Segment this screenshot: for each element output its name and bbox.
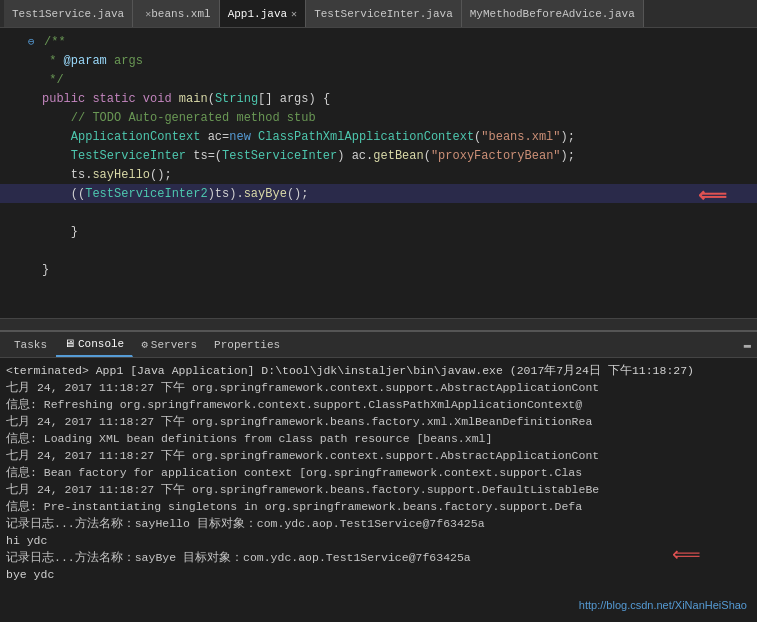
tab-testserviceinter[interactable]: TestServiceInter.java <box>306 0 462 27</box>
tab-beansxml[interactable]: ✕ beans.xml <box>133 0 219 27</box>
console-line-7: 七月 24, 2017 11:18:27 下午 org.springframew… <box>6 481 751 498</box>
code-line-6: ApplicationContext ac=new ClassPathXmlAp… <box>0 127 757 146</box>
line-text: ((TestServiceInter2)ts).sayBye(); <box>42 187 757 201</box>
console-line-saybye: 记录日志...方法名称：sayBye 目标对象：com.ydc.aop.Test… <box>6 549 751 566</box>
code-line-1: ⊖ /** <box>0 32 757 51</box>
panel-tab-servers[interactable]: ⚙ Servers <box>133 332 206 357</box>
red-arrow-console: ⟸ <box>672 549 701 564</box>
servers-label: Servers <box>151 339 197 351</box>
properties-label: Properties <box>214 339 280 351</box>
servers-icon: ⚙ <box>141 338 148 351</box>
panel-tab-console[interactable]: 🖥 Console <box>56 332 133 357</box>
console-icon: 🖥 <box>64 337 75 350</box>
red-arrow-code: ⟸ <box>698 183 727 208</box>
code-line-11: } <box>0 222 757 241</box>
console-line-3: 七月 24, 2017 11:18:27 下午 org.springframew… <box>6 413 751 430</box>
console-line-2: 信息: Refreshing org.springframework.conte… <box>6 396 751 413</box>
code-line-9: ((TestServiceInter2)ts).sayBye(); ⟸ <box>0 184 757 203</box>
tab-label: Test1Service.java <box>12 8 124 20</box>
code-line-3: */ <box>0 70 757 89</box>
line-text: } <box>42 225 757 239</box>
tab-mymethodbeforeadvice[interactable]: MyMethodBeforeAdvice.java <box>462 0 644 27</box>
close-icon[interactable]: ✕ <box>291 8 297 20</box>
code-line-4: public static void main(String[] args) { <box>0 89 757 108</box>
tab-test1service[interactable]: Test1Service.java <box>4 0 133 27</box>
console-line-6: 信息: Bean factory for application context… <box>6 464 751 481</box>
line-text: TestServiceInter ts=(TestServiceInter) a… <box>42 149 757 163</box>
line-text: ApplicationContext ac=new ClassPathXmlAp… <box>42 130 757 144</box>
code-line-10 <box>0 203 757 222</box>
line-text: * @param args <box>42 54 757 68</box>
console-line-4: 信息: Loading XML bean definitions from cl… <box>6 430 751 447</box>
console-line-8: 信息: Pre-instantiating singletons in org.… <box>6 498 751 515</box>
code-line-5: // TODO Auto-generated method stub <box>0 108 757 127</box>
line-text: public static void main(String[] args) { <box>42 92 757 106</box>
line-text: */ <box>42 73 757 87</box>
console-line-1: 七月 24, 2017 11:18:27 下午 org.springframew… <box>6 379 751 396</box>
line-text: } <box>42 263 757 277</box>
console-line-terminated: <terminated> App1 [Java Application] D:\… <box>6 362 751 379</box>
watermark: http://blog.csdn.net/XiNanHeiShao <box>579 597 747 614</box>
console-line-5: 七月 24, 2017 11:18:27 下午 org.springframew… <box>6 447 751 464</box>
tab-label: MyMethodBeforeAdvice.java <box>470 8 635 20</box>
tab-label: beans.xml <box>151 8 210 20</box>
console-line-hi: hi ydc <box>6 532 751 549</box>
console-line-bye: bye ydc <box>6 566 751 583</box>
collapse-arrow[interactable]: ⊖ <box>28 35 42 48</box>
line-text: // TODO Auto-generated method stub <box>42 111 757 125</box>
code-line-2: * @param args <box>0 51 757 70</box>
bottom-panel: Tasks 🖥 Console ⚙ Servers Properties ▬ <… <box>0 330 757 622</box>
code-editor: ⊖ /** * @param args */ public static voi… <box>0 28 757 318</box>
minimize-button[interactable]: ▬ <box>744 338 751 352</box>
horizontal-scrollbar[interactable] <box>0 318 757 330</box>
editor-area: Test1Service.java ✕ beans.xml App1.java … <box>0 0 757 330</box>
tab-bar: Test1Service.java ✕ beans.xml App1.java … <box>0 0 757 28</box>
console-line-9: 记录日志...方法名称：sayHello 目标对象：com.ydc.aop.Te… <box>6 515 751 532</box>
tab-app1[interactable]: App1.java ✕ <box>220 0 306 27</box>
line-text: /** <box>44 35 757 49</box>
tasks-label: Tasks <box>14 339 47 351</box>
panel-tab-properties[interactable]: Properties <box>206 332 289 357</box>
console-label: Console <box>78 338 124 350</box>
line-text: ts.sayHello(); <box>42 168 757 182</box>
code-line-12 <box>0 241 757 260</box>
tab-label: App1.java <box>228 8 287 20</box>
console-output: <terminated> App1 [Java Application] D:\… <box>0 358 757 622</box>
panel-tab-tasks[interactable]: Tasks <box>6 332 56 357</box>
panel-tab-bar: Tasks 🖥 Console ⚙ Servers Properties ▬ <box>0 332 757 358</box>
code-line-13: } <box>0 260 757 279</box>
tab-label: TestServiceInter.java <box>314 8 453 20</box>
code-line-7: TestServiceInter ts=(TestServiceInter) a… <box>0 146 757 165</box>
code-line-8: ts.sayHello(); <box>0 165 757 184</box>
